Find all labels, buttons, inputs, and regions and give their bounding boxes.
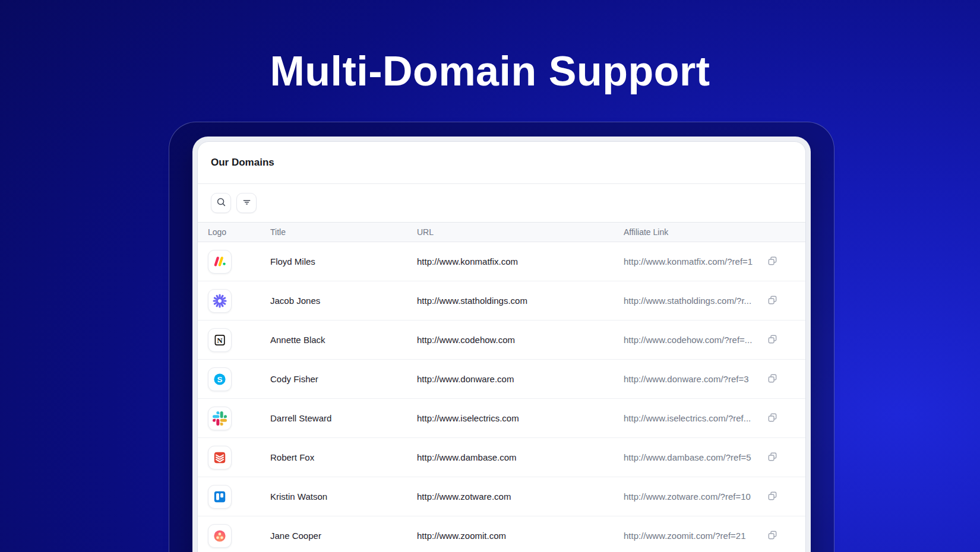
copy-icon [767, 490, 778, 503]
table-row: Kristin Watson http://www.zotware.com ht… [198, 477, 805, 516]
copy-icon [767, 529, 778, 543]
column-header-affiliate-link: Affiliate Link [624, 227, 805, 237]
copy-icon [767, 294, 778, 307]
affiliate-link: http://www.statholdings.com/?r... [624, 296, 760, 306]
column-header-logo: Logo [208, 227, 270, 237]
domain-url: http://www.konmatfix.com [417, 256, 624, 267]
copy-affiliate-link-button[interactable] [766, 255, 779, 268]
affiliate-link: http://www.konmatfix.com/?ref=1 [624, 256, 760, 267]
starburst-logo-icon [208, 289, 232, 313]
domain-title: Floyd Miles [270, 256, 417, 267]
affiliate-link: http://www.dambase.com/?ref=5 [624, 452, 760, 462]
affiliate-link: http://www.donware.com/?ref=3 [624, 374, 760, 384]
domain-title: Kristin Watson [270, 491, 417, 502]
filter-button[interactable] [236, 193, 257, 213]
copy-affiliate-link-button[interactable] [766, 373, 779, 386]
affiliate-link: http://www.zotware.com/?ref=10 [624, 491, 760, 502]
svg-text:S: S [217, 375, 222, 383]
copy-affiliate-link-button[interactable] [766, 529, 779, 543]
domain-url: http://www.iselectrics.com [417, 413, 624, 423]
copy-affiliate-link-button[interactable] [766, 334, 779, 347]
search-button[interactable] [211, 193, 231, 213]
copy-affiliate-link-button[interactable] [766, 412, 779, 425]
svg-text:N: N [217, 335, 223, 344]
domains-panel: Our Domains [169, 122, 834, 552]
domain-title: Jane Cooper [270, 531, 417, 541]
card-title: Our Domains [211, 157, 274, 169]
domain-title: Jacob Jones [270, 296, 417, 306]
domains-card: Our Domains [197, 141, 806, 552]
domain-url: http://www.statholdings.com [417, 296, 624, 306]
domain-url: http://www.zoomit.com [417, 531, 624, 541]
table-row: Robert Fox http://www.dambase.com http:/… [198, 438, 805, 477]
skype-logo-icon: S [208, 367, 232, 391]
column-header-title: Title [270, 227, 417, 237]
card-frame: Our Domains [192, 137, 811, 552]
domain-title: Robert Fox [270, 452, 417, 462]
table-row: Jane Cooper http://www.zoomit.com http:/… [198, 516, 805, 552]
table-toolbar [198, 184, 805, 223]
domain-title: Darrell Steward [270, 413, 417, 423]
copy-icon [767, 255, 778, 268]
column-header-url: URL [417, 227, 624, 237]
affiliate-link: http://www.iselectrics.com/?ref... [624, 413, 760, 423]
domain-url: http://www.codehow.com [417, 335, 624, 345]
notion-logo-icon: N [208, 328, 232, 352]
domain-title: Cody Fisher [270, 374, 417, 384]
table-row: Jacob Jones http://www.statholdings.com … [198, 281, 805, 321]
affiliate-link: http://www.codehow.com/?ref=... [624, 335, 760, 345]
search-icon [216, 196, 227, 210]
table-row: Floyd Miles http://www.konmatfix.com htt… [198, 242, 805, 281]
affiliate-link: http://www.zoomit.com/?ref=21 [624, 531, 760, 541]
trello-logo-icon [208, 485, 232, 509]
copy-icon [767, 334, 778, 347]
table-header-row: Logo Title URL Affiliate Link [198, 223, 805, 242]
monday-logo-icon [208, 250, 232, 274]
filter-lines-icon [241, 196, 252, 210]
table-row: S Cody Fisher http://www.donware.com htt… [198, 360, 805, 399]
domain-url: http://www.dambase.com [417, 452, 624, 462]
copy-affiliate-link-button[interactable] [766, 490, 779, 503]
todoist-logo-icon [208, 446, 232, 469]
table-row: Darrell Steward http://www.iselectrics.c… [198, 399, 805, 438]
page-title: Multi-Domain Support [0, 0, 980, 95]
domain-title: Annette Black [270, 335, 417, 345]
copy-icon [767, 451, 778, 464]
copy-affiliate-link-button[interactable] [766, 294, 779, 307]
card-header: Our Domains [198, 142, 805, 184]
slack-logo-icon [208, 407, 232, 430]
copy-icon [767, 373, 778, 386]
domain-url: http://www.zotware.com [417, 491, 624, 502]
copy-affiliate-link-button[interactable] [766, 451, 779, 464]
copy-icon [767, 412, 778, 425]
table-row: N Annette Black http://www.codehow.com h… [198, 321, 805, 360]
table-body: Floyd Miles http://www.konmatfix.com htt… [198, 242, 805, 552]
domain-url: http://www.donware.com [417, 374, 624, 384]
asana-logo-icon [208, 524, 232, 548]
